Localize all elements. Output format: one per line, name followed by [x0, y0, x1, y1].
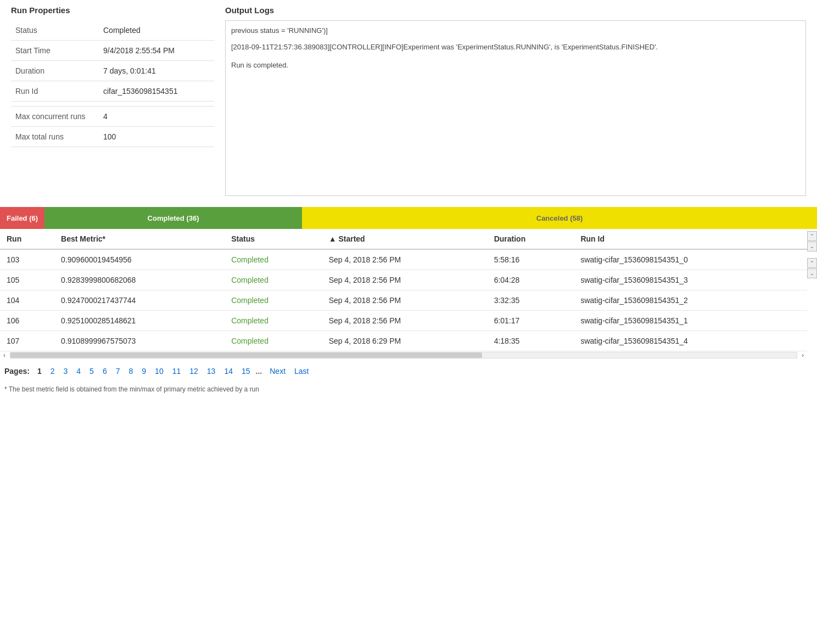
table-cell: swatig-cifar_1536098154351_3 — [574, 270, 807, 290]
pagination-next[interactable]: Next — [266, 366, 289, 377]
table-cell: 103 — [0, 249, 54, 270]
table-cell: Completed — [225, 331, 322, 351]
row-scroll-down-arrow[interactable]: ⌄ — [807, 268, 817, 278]
table-cell: 104 — [0, 290, 54, 311]
pagination: Pages:123456789101112131415...NextLast — [0, 359, 807, 383]
scroll-thumb — [10, 352, 482, 358]
pagination-page-13[interactable]: 13 — [204, 366, 219, 377]
prop-value: Completed — [99, 20, 214, 41]
table-header-cell[interactable]: Status — [225, 229, 322, 249]
table-header-cell[interactable]: ▲ Started — [322, 229, 488, 249]
table-cell: 106 — [0, 311, 54, 331]
table-cell: 0.9247000217437744 — [54, 290, 225, 311]
table-cell: 0.909600019454956 — [54, 249, 225, 270]
horizontal-scroll-nav: ‹ › — [0, 351, 807, 359]
pagination-page-6[interactable]: 6 — [99, 366, 110, 377]
scroll-up-arrow[interactable]: ⌃ — [807, 231, 817, 241]
prop-row: Duration7 days, 0:01:41 — [11, 61, 214, 81]
table-header-cell[interactable]: Run — [0, 229, 54, 249]
pagination-page-14[interactable]: 14 — [221, 366, 236, 377]
prop-row: Run Idcifar_1536098154351 — [11, 81, 214, 102]
table-cell: Sep 4, 2018 2:56 PM — [322, 249, 488, 270]
prop-label: Run Id — [11, 81, 99, 102]
table-cell: Sep 4, 2018 2:56 PM — [322, 311, 488, 331]
output-logs-title: Output Logs — [225, 5, 806, 15]
table-cell: swatig-cifar_1536098154351_2 — [574, 290, 807, 311]
table-cell: Sep 4, 2018 6:29 PM — [322, 331, 488, 351]
prop-value: 7 days, 0:01:41 — [99, 61, 214, 81]
side-arrows: ⌃ ⌄ ⌃ ⌄ — [807, 229, 817, 399]
table-header-cell[interactable]: Best Metric* — [54, 229, 225, 249]
run-properties-title: Run Properties — [11, 5, 214, 15]
scroll-left-arrow[interactable]: ‹ — [1, 351, 8, 359]
table-row: 1050.9283999800682068CompletedSep 4, 201… — [0, 270, 807, 290]
table-area: RunBest Metric*Status▲ StartedDurationRu… — [0, 229, 807, 399]
table-cell: 107 — [0, 331, 54, 351]
runs-table-wrapper: RunBest Metric*Status▲ StartedDurationRu… — [0, 229, 807, 351]
pagination-page-5[interactable]: 5 — [86, 366, 97, 377]
prop-label: Max total runs — [11, 127, 99, 147]
pagination-page-7[interactable]: 7 — [113, 366, 124, 377]
row-scroll-up-arrow[interactable]: ⌃ — [807, 258, 817, 268]
table-cell: 5:58:16 — [488, 249, 574, 270]
prop-label: Status — [11, 20, 99, 41]
scroll-right-arrow[interactable]: › — [799, 351, 806, 359]
table-cell: Completed — [225, 311, 322, 331]
table-cell: 0.9108999967575073 — [54, 331, 225, 351]
prop-row: Max concurrent runs4 — [11, 107, 214, 127]
pagination-ellipsis: ... — [256, 367, 262, 376]
scroll-down-arrow[interactable]: ⌄ — [807, 242, 817, 251]
horizontal-scrollbar[interactable] — [10, 352, 797, 359]
table-row: 1060.9251000285148621CompletedSep 4, 201… — [0, 311, 807, 331]
table-cell: 6:01:17 — [488, 311, 574, 331]
pagination-page-8[interactable]: 8 — [126, 366, 137, 377]
pagination-page-2[interactable]: 2 — [47, 366, 58, 377]
pagination-page-4[interactable]: 4 — [73, 366, 84, 377]
pagination-page-10[interactable]: 10 — [152, 366, 167, 377]
pagination-page-12[interactable]: 12 — [186, 366, 202, 377]
prop-row: StatusCompleted — [11, 20, 214, 41]
table-cell: 0.9283999800682068 — [54, 270, 225, 290]
table-header-cell[interactable]: Duration — [488, 229, 574, 249]
prop-row: Max total runs100 — [11, 127, 214, 147]
table-section: RunBest Metric*Status▲ StartedDurationRu… — [0, 229, 817, 399]
prop-value: cifar_1536098154351 — [99, 81, 214, 102]
prop-value: 4 — [99, 107, 214, 127]
table-cell: Sep 4, 2018 2:56 PM — [322, 270, 488, 290]
status-canceled: Canceled (58) — [302, 207, 817, 229]
log-box[interactable]: previous status = 'RUNNING')][2018-09-11… — [225, 20, 806, 196]
status-completed: Completed (36) — [44, 207, 302, 229]
sort-icon: ▲ — [329, 234, 337, 243]
status-bar: Failed (6) Completed (36) Canceled (58) — [0, 207, 817, 229]
table-cell: swatig-cifar_1536098154351_0 — [574, 249, 807, 270]
table-cell: Completed — [225, 270, 322, 290]
pagination-page-9[interactable]: 9 — [138, 366, 149, 377]
pagination-last[interactable]: Last — [291, 366, 312, 377]
prop-row: Start Time9/4/2018 2:55:54 PM — [11, 41, 214, 61]
table-row: 1070.9108999967575073CompletedSep 4, 201… — [0, 331, 807, 351]
prop-label: Start Time — [11, 41, 99, 61]
table-cell: 4:18:35 — [488, 331, 574, 351]
table-cell: swatig-cifar_1536098154351_1 — [574, 311, 807, 331]
status-failed: Failed (6) — [0, 207, 44, 229]
pagination-page-11[interactable]: 11 — [169, 366, 184, 377]
prop-label: Duration — [11, 61, 99, 81]
run-properties-panel: Run Properties StatusCompletedStart Time… — [0, 5, 225, 196]
table-cell: 6:04:28 — [488, 270, 574, 290]
pagination-page-1[interactable]: 1 — [34, 366, 45, 377]
log-line: previous status = 'RUNNING')] — [231, 25, 800, 36]
table-cell: Completed — [225, 290, 322, 311]
table-cell: swatig-cifar_1536098154351_4 — [574, 331, 807, 351]
table-header-row: RunBest Metric*Status▲ StartedDurationRu… — [0, 229, 807, 249]
table-row: 1030.909600019454956CompletedSep 4, 2018… — [0, 249, 807, 270]
table-header-cell[interactable]: Run Id — [574, 229, 807, 249]
prop-value: 100 — [99, 127, 214, 147]
pagination-page-15[interactable]: 15 — [238, 366, 254, 377]
pagination-page-3[interactable]: 3 — [60, 366, 71, 377]
prop-label: Max concurrent runs — [11, 107, 99, 127]
log-line: Run is completed. — [231, 60, 800, 71]
footnote: * The best metric field is obtained from… — [0, 383, 807, 399]
pagination-label: Pages: — [4, 367, 30, 376]
prop-spacer — [11, 102, 214, 107]
table-cell: 3:32:35 — [488, 290, 574, 311]
